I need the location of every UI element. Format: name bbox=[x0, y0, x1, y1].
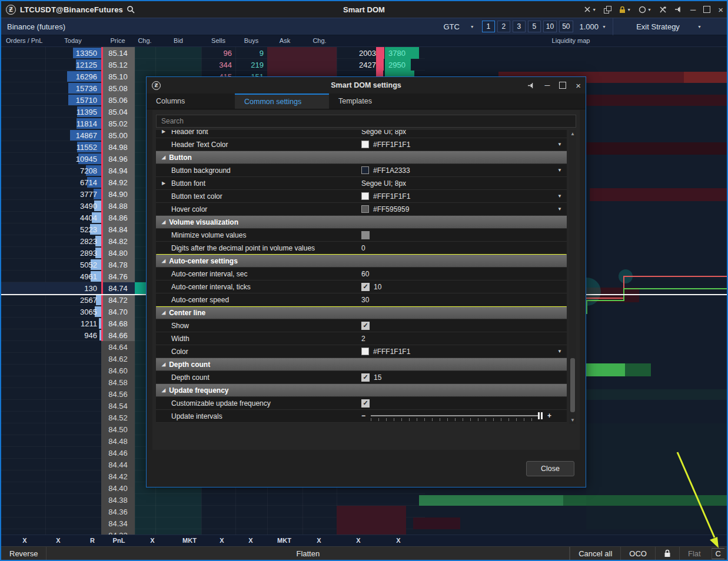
price-cell[interactable]: 85.00 bbox=[101, 129, 135, 141]
symbol-search-icon[interactable] bbox=[127, 5, 135, 14]
price-cell[interactable]: 84.42 bbox=[101, 470, 135, 482]
price-cell[interactable]: 84.96 bbox=[101, 153, 135, 165]
price-cell[interactable]: 84.48 bbox=[101, 435, 135, 447]
settings-section-header[interactable]: ◢Center line bbox=[156, 306, 567, 319]
price-cell[interactable]: 84.86 bbox=[101, 212, 135, 223]
dropdown-arrow-icon[interactable]: ▼ bbox=[557, 206, 562, 212]
setting-value[interactable]: #FFF1F1F1 bbox=[373, 348, 410, 356]
dialog-close-button[interactable]: × bbox=[576, 81, 581, 91]
price-cell[interactable]: 84.52 bbox=[101, 412, 135, 423]
settings-section-header[interactable]: ◢Depth count bbox=[156, 358, 567, 371]
footer-cell-button[interactable]: X bbox=[317, 537, 321, 544]
col-header[interactable]: Chg. bbox=[313, 37, 326, 44]
qty-preset-50[interactable]: 50 bbox=[559, 21, 573, 32]
dialog-close-action-button[interactable]: Close bbox=[526, 461, 574, 476]
price-cell[interactable]: 84.70 bbox=[101, 306, 135, 318]
price-cell[interactable]: 84.78 bbox=[101, 259, 135, 271]
price-cell[interactable]: 84.94 bbox=[101, 165, 135, 176]
footer-cell-button[interactable]: MKT bbox=[277, 537, 291, 544]
price-cell[interactable]: 84.82 bbox=[101, 235, 135, 247]
price-cell[interactable]: 84.56 bbox=[101, 388, 135, 400]
tab-columns[interactable]: Columns bbox=[147, 94, 235, 109]
price-cell[interactable]: 85.12 bbox=[101, 59, 135, 71]
settings-tools-icon[interactable] bbox=[659, 6, 667, 14]
dropdown-arrow-icon[interactable]: ▼ bbox=[557, 193, 562, 199]
account-selector[interactable]: Binance (futures) bbox=[7, 22, 65, 31]
buys-cell[interactable]: 9 bbox=[235, 47, 267, 59]
col-header[interactable]: Today bbox=[64, 37, 81, 44]
color-swatch[interactable] bbox=[361, 166, 369, 174]
price-cell[interactable]: 84.88 bbox=[101, 200, 135, 212]
qty-preset-10[interactable]: 10 bbox=[543, 21, 557, 32]
color-swatch[interactable] bbox=[361, 348, 369, 355]
price-cell[interactable]: 84.76 bbox=[101, 271, 135, 282]
col-header[interactable]: Buys bbox=[244, 37, 258, 44]
footer-cell-button[interactable]: X bbox=[248, 537, 252, 544]
footer-cell-button[interactable]: X bbox=[356, 537, 360, 544]
price-cell[interactable]: 84.36 bbox=[101, 506, 135, 517]
update-intervals-slider[interactable]: −+ bbox=[361, 410, 559, 423]
clone-panel-icon[interactable] bbox=[604, 6, 611, 14]
settings-section-header[interactable]: ◢Update frequency bbox=[156, 384, 567, 397]
setting-value[interactable]: #FF595959 bbox=[373, 205, 409, 213]
setting-checkbox[interactable] bbox=[361, 231, 370, 239]
price-cell[interactable]: 84.62 bbox=[101, 353, 135, 365]
color-swatch[interactable] bbox=[361, 205, 369, 213]
setting-value[interactable]: #FFF1F1F1 bbox=[373, 141, 410, 149]
price-cell[interactable]: 84.44 bbox=[101, 459, 135, 470]
color-swatch[interactable] bbox=[361, 141, 369, 148]
setting-value[interactable]: Segoe UI; 8px bbox=[361, 179, 406, 188]
qty-preset-1[interactable]: 1 bbox=[482, 21, 495, 32]
minimize-button[interactable]: ─ bbox=[690, 5, 696, 14]
price-cell[interactable]: 84.46 bbox=[101, 447, 135, 459]
link-lock-icon[interactable]: ▼ bbox=[619, 6, 631, 14]
price-cell[interactable]: 85.02 bbox=[101, 118, 135, 129]
cancel-all-button[interactable]: Cancel all bbox=[570, 547, 620, 560]
settings-section-header[interactable]: ◢Auto-center settings bbox=[156, 255, 567, 268]
reverse-button[interactable]: Reverse bbox=[1, 547, 46, 560]
tif-dropdown[interactable]: GTC▼ bbox=[443, 22, 474, 31]
footer-cell-button[interactable]: MKT bbox=[182, 537, 197, 544]
price-cell[interactable]: 84.68 bbox=[101, 318, 135, 329]
price-cell[interactable]: 85.06 bbox=[101, 94, 135, 106]
price-cell[interactable]: 85.14 bbox=[101, 47, 135, 59]
setting-value[interactable]: 2 bbox=[361, 335, 365, 343]
col-header[interactable]: Sells bbox=[211, 37, 225, 44]
setting-value[interactable]: 0 bbox=[361, 244, 365, 252]
price-cell[interactable]: 84.40 bbox=[101, 482, 135, 494]
price-cell[interactable]: 84.32 bbox=[101, 529, 135, 535]
buys-cell[interactable]: 219 bbox=[235, 59, 267, 71]
col-header[interactable]: Liquidity map bbox=[552, 37, 590, 44]
ask-heat-cell[interactable] bbox=[267, 59, 337, 71]
price-cell[interactable]: 84.64 bbox=[101, 341, 135, 353]
color-swatch[interactable] bbox=[361, 192, 369, 200]
qty-preset-3[interactable]: 3 bbox=[513, 21, 526, 32]
setting-value[interactable]: 10 bbox=[374, 283, 381, 291]
dropdown-arrow-icon[interactable]: ▼ bbox=[557, 142, 562, 147]
dropdown-arrow-icon[interactable]: ▼ bbox=[557, 349, 562, 354]
price-cell[interactable]: 84.74 bbox=[101, 282, 135, 294]
setting-value[interactable]: 60 bbox=[361, 270, 369, 278]
setting-checkbox[interactable]: ✓ bbox=[361, 373, 370, 382]
col-header[interactable]: Ask bbox=[280, 37, 290, 44]
price-cell[interactable]: 84.60 bbox=[101, 365, 135, 376]
close-button[interactable]: × bbox=[718, 5, 723, 15]
oco-button[interactable]: OCO bbox=[620, 547, 655, 560]
settings-scrollbar[interactable]: ▲ ▼ bbox=[569, 130, 576, 424]
qty-preset-5[interactable]: 5 bbox=[528, 21, 541, 32]
tab-templates[interactable]: Templates bbox=[329, 94, 417, 109]
setting-value[interactable]: 15 bbox=[374, 373, 381, 382]
setting-value[interactable]: Segoe UI; 8px bbox=[361, 130, 406, 136]
price-cell[interactable]: 84.54 bbox=[101, 400, 135, 412]
price-cell[interactable]: 84.84 bbox=[101, 223, 135, 235]
footer-cell-button[interactable]: R bbox=[90, 537, 95, 544]
footer-cell-button[interactable]: X bbox=[22, 537, 26, 544]
footer-cell-button[interactable]: X bbox=[220, 537, 224, 544]
price-cell[interactable]: 84.38 bbox=[101, 494, 135, 506]
footer-cell-button[interactable]: X bbox=[150, 537, 154, 544]
maximize-button[interactable] bbox=[703, 6, 710, 13]
price-cell[interactable]: 84.98 bbox=[101, 141, 135, 153]
price-cell[interactable]: 84.50 bbox=[101, 423, 135, 435]
dialog-pin-icon[interactable] bbox=[527, 82, 535, 89]
price-cell[interactable]: 84.72 bbox=[101, 294, 135, 306]
